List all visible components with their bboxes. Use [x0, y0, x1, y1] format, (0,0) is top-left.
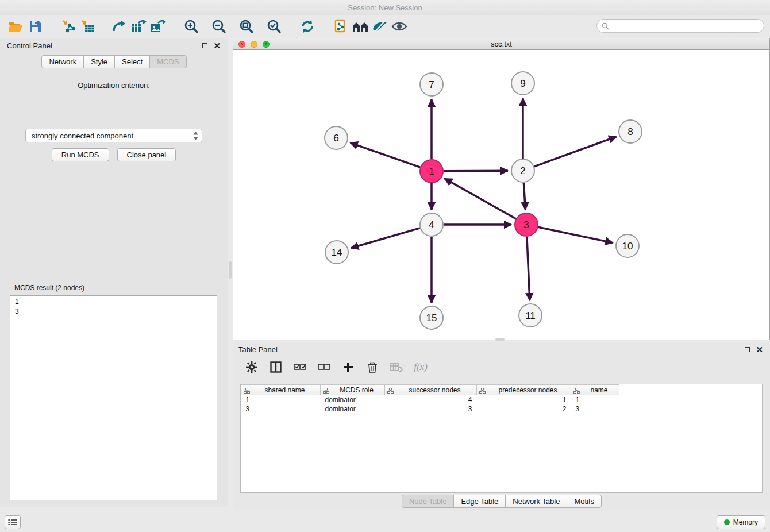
graph-edge[interactable]: [351, 143, 421, 167]
table-cell[interactable]: 1: [477, 395, 571, 404]
graph-edge[interactable]: [527, 237, 530, 300]
control-panel-title: Control Panel: [7, 41, 202, 50]
paint-style-button[interactable]: [370, 17, 390, 36]
network-canvas[interactable]: 7968124314101511: [233, 50, 769, 340]
zoom-fit-button[interactable]: [237, 17, 256, 36]
graph-node[interactable]: 3: [515, 213, 538, 236]
table-panel-tabs: Node Table Edge Table Network Table Moti…: [233, 495, 770, 508]
close-panel-button[interactable]: Close panel: [117, 148, 176, 161]
graph-node[interactable]: 15: [420, 306, 443, 329]
graph-node[interactable]: 7: [420, 73, 443, 96]
toggle-visibility-button[interactable]: [390, 17, 409, 36]
search-input[interactable]: [609, 22, 759, 30]
graph-edge[interactable]: [444, 171, 508, 171]
column-header[interactable]: shared name: [241, 385, 321, 395]
zoom-in-button[interactable]: [182, 17, 201, 36]
table-cell[interactable]: 1: [571, 395, 619, 404]
eye-icon: [391, 21, 407, 32]
tab-edge-table[interactable]: Edge Table: [453, 495, 506, 508]
minimize-window-button[interactable]: −: [251, 41, 257, 48]
unselect-all-columns-button[interactable]: [317, 360, 332, 375]
clone-network-button[interactable]: [331, 17, 351, 36]
delete-table-button[interactable]: [389, 360, 404, 375]
export-table-button[interactable]: [129, 17, 148, 36]
create-column-button[interactable]: [341, 360, 356, 375]
table-cell[interactable]: 1: [241, 395, 321, 404]
zoom-selected-button[interactable]: [264, 17, 284, 36]
export-image-icon: [150, 20, 166, 33]
show-columns-button[interactable]: [268, 360, 283, 375]
node-table-body: 1dominator4113dominator323: [241, 395, 619, 414]
select-all-columns-button[interactable]: [292, 360, 307, 375]
table-cell[interactable]: 2: [477, 404, 571, 414]
mcds-result-line: 1: [15, 297, 212, 307]
graph-edge[interactable]: [445, 179, 516, 219]
column-header[interactable]: predecessor nodes: [477, 385, 571, 395]
graph-node[interactable]: 10: [616, 234, 639, 257]
network-window-titlebar: × − + scc.txt: [233, 38, 769, 50]
maximize-window-button[interactable]: +: [263, 41, 270, 48]
export-network-button[interactable]: [109, 17, 129, 36]
optimization-criterion-select[interactable]: strongly connected component: [25, 129, 202, 142]
graph-edge[interactable]: [538, 227, 613, 242]
mcds-result-list[interactable]: 13: [10, 295, 217, 500]
export-image-button[interactable]: [148, 17, 168, 36]
selected-option: strongly connected component: [32, 132, 193, 140]
search-box[interactable]: [596, 19, 764, 33]
close-table-panel-icon[interactable]: ✕: [756, 345, 763, 354]
apply-layout-button[interactable]: [298, 17, 317, 36]
delete-column-button[interactable]: [365, 360, 380, 375]
function-builder-button[interactable]: f(x): [413, 360, 428, 375]
table-cell[interactable]: 3: [571, 404, 619, 414]
vertical-splitter[interactable]: [229, 261, 232, 279]
zoom-out-button[interactable]: [209, 17, 229, 36]
tab-network[interactable]: Network: [41, 55, 84, 68]
table-cell[interactable]: 4: [385, 395, 477, 404]
refresh-icon: [300, 19, 315, 34]
open-session-button[interactable]: [6, 17, 25, 36]
horizontal-splitter[interactable]: [495, 338, 505, 341]
float-panel-icon[interactable]: [202, 43, 207, 48]
import-network-button[interactable]: [59, 17, 78, 36]
table-cell[interactable]: dominator: [321, 404, 385, 414]
svg-text:10: 10: [622, 241, 633, 252]
table-settings-button[interactable]: [244, 360, 259, 375]
graph-edge[interactable]: [351, 228, 420, 248]
tab-style[interactable]: Style: [83, 55, 115, 68]
graph-node[interactable]: 9: [511, 72, 534, 95]
tab-network-table[interactable]: Network Table: [505, 495, 567, 508]
tab-select[interactable]: Select: [114, 55, 150, 68]
close-panel-icon[interactable]: ✕: [213, 41, 221, 50]
table-cell[interactable]: dominator: [321, 395, 385, 404]
home-pair-icon: [352, 20, 369, 33]
run-mcds-button[interactable]: Run MCDS: [52, 148, 109, 161]
graph-node[interactable]: 11: [519, 304, 542, 327]
import-table-button[interactable]: [78, 17, 98, 36]
tab-motifs[interactable]: Motifs: [567, 495, 602, 508]
graph-node[interactable]: 4: [420, 213, 443, 236]
graph-node[interactable]: 8: [619, 120, 642, 143]
close-window-button[interactable]: ×: [238, 41, 245, 48]
float-table-panel-icon[interactable]: [745, 347, 750, 352]
table-cell[interactable]: 3: [385, 404, 477, 414]
graph-node[interactable]: 14: [325, 241, 348, 264]
table-row[interactable]: 1dominator411: [241, 395, 619, 404]
first-neighbors-button[interactable]: [351, 17, 370, 36]
tab-mcds[interactable]: MCDS: [149, 55, 186, 68]
column-header[interactable]: name: [571, 385, 619, 395]
save-session-button[interactable]: [25, 17, 45, 36]
column-header[interactable]: successor nodes: [385, 385, 477, 395]
graph-node[interactable]: 2: [511, 159, 534, 182]
network-canvas-svg[interactable]: 7968124314101511: [233, 50, 769, 340]
column-header-label: name: [590, 386, 607, 394]
show-task-history-button[interactable]: [5, 515, 21, 529]
memory-button[interactable]: Memory: [717, 515, 765, 529]
graph-node[interactable]: 6: [325, 126, 348, 149]
graph-edge[interactable]: [534, 137, 617, 167]
graph-edge[interactable]: [523, 183, 525, 210]
tab-node-table[interactable]: Node Table: [402, 495, 455, 508]
graph-node[interactable]: 1: [420, 160, 443, 183]
table-row[interactable]: 3dominator323: [241, 404, 619, 414]
column-header[interactable]: MCDS role: [321, 385, 385, 395]
table-cell[interactable]: 3: [241, 404, 321, 414]
